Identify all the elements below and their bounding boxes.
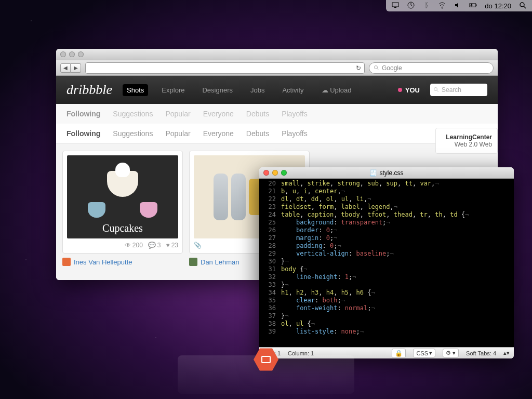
subnav-item[interactable]: Playoffs [282,110,308,118]
subnav-item[interactable]: Suggestions [113,110,153,118]
gear-menu[interactable]: ⚙ ▾ [443,349,459,357]
editor-filename: style.css [379,169,403,177]
subnav-item[interactable]: Following [66,110,100,118]
sidebar-title: LearningCenter [441,134,492,141]
subnav-popular[interactable]: Popular [165,129,190,138]
svg-rect-5 [476,4,477,6]
dock-app-icon[interactable] [254,347,278,372]
svg-point-8 [375,65,378,69]
timemachine-icon[interactable] [407,1,415,11]
svg-line-7 [524,6,526,8]
nav-upload[interactable]: ☁ Upload [317,84,356,96]
dribbble-search-placeholder: Search [442,86,461,94]
subnav-following[interactable]: Following [66,129,100,138]
dock [178,355,354,394]
attachment-icon: 📎 [194,242,202,249]
dribbble-nav: Shots Explore Designers Jobs Activity ☁ … [123,84,355,96]
bluetooth-icon[interactable] [422,1,431,11]
nav-explore[interactable]: Explore [157,84,189,96]
language-select[interactable]: CSS ▾ [413,349,435,357]
forward-button[interactable]: ▶ [71,63,81,73]
sidebar-card[interactable]: LearningCenter Web 2.0 Web [435,128,498,154]
shot-title: Cupcakes [102,222,143,234]
subnav-playoffs[interactable]: Playoffs [282,129,308,138]
svg-rect-1 [394,7,396,8]
shot-author[interactable]: Ines Van Helleputte [62,258,183,266]
code-area[interactable]: small, strike, strong, sub, sup, tt, var… [279,179,514,347]
nav-activity[interactable]: Activity [278,84,308,96]
likes-stat: ♥ 23 [166,242,178,249]
subnav-suggestions[interactable]: Suggestions [113,129,153,138]
back-button[interactable]: ◀ [60,63,71,73]
dribbble-search[interactable]: Search [430,84,487,96]
safari-titlebar[interactable] [56,49,498,60]
window-controls[interactable] [60,51,84,57]
subnav-item[interactable]: Everyone [203,110,234,118]
nav-jobs[interactable]: Jobs [246,84,269,96]
line-gutter: 2021222324252627282930313233343536373839 [259,179,279,347]
url-bar[interactable]: ↻ [85,62,365,74]
svg-point-3 [442,7,443,8]
wifi-icon[interactable] [438,1,446,11]
avatar [62,258,71,266]
dribbble-header: dribbble Shots Explore Designers Jobs Ac… [56,76,498,104]
display-icon[interactable] [391,1,400,11]
avatar [189,258,197,266]
subnav-item[interactable]: Debuts [246,110,269,118]
browser-search-placeholder: Google [382,64,402,72]
editor-titlebar[interactable]: 🧾 style.css [259,167,514,179]
subnav-debuts[interactable]: Debuts [246,129,269,138]
shot-stats: 👁 200 💬 3 ♥ 23 [67,242,178,249]
subnav-item[interactable]: Popular [165,110,190,118]
tabs-stepper[interactable]: ▴▾ [503,350,510,356]
editor-body[interactable]: 2021222324252627282930313233343536373839… [259,179,514,347]
macos-menubar: do 12:20 [386,0,532,11]
dribbble-subnav-ghost: Following Suggestions Popular Everyone D… [56,104,498,124]
svg-rect-4 [470,3,476,6]
mouse-cursor: ↖ [507,294,515,305]
nav-designers[interactable]: Designers [198,84,237,96]
svg-line-9 [377,68,379,70]
you-link[interactable]: YOU [398,86,420,94]
menubar-clock[interactable]: do 12:20 [485,2,511,10]
window-controls[interactable] [263,170,287,176]
spotlight-icon[interactable] [518,1,527,11]
sidebar-sub: Web 2.0 Web [441,141,492,148]
dribbble-logo[interactable]: dribbble [66,82,112,98]
svg-rect-0 [392,3,398,7]
editor-window: 🧾 style.css 2021222324252627282930313233… [259,167,514,358]
reload-icon[interactable]: ↻ [356,64,361,72]
shot-card[interactable]: Cupcakes 👁 200 💬 3 ♥ 23 Ines Van Hellepu… [62,151,183,266]
battery-icon[interactable] [469,1,477,11]
nav-shots[interactable]: Shots [123,84,148,96]
safari-toolbar: ◀ ▶ ↻ Google [56,60,498,76]
views-stat: 👁 200 [125,242,143,249]
subnav-everyone[interactable]: Everyone [203,129,234,138]
status-tabs[interactable]: Soft Tabs: 4 [466,350,496,356]
volume-icon[interactable] [454,1,462,11]
lock-toggle[interactable]: 🔒 [392,349,406,358]
css-file-icon: 🧾 [369,169,377,177]
dribbble-subnav: Following Suggestions Popular Everyone D… [56,124,498,143]
svg-point-10 [434,88,437,91]
svg-line-11 [437,90,438,92]
browser-search[interactable]: Google [369,62,494,74]
comments-stat: 💬 3 [148,242,161,249]
svg-point-6 [520,3,524,7]
